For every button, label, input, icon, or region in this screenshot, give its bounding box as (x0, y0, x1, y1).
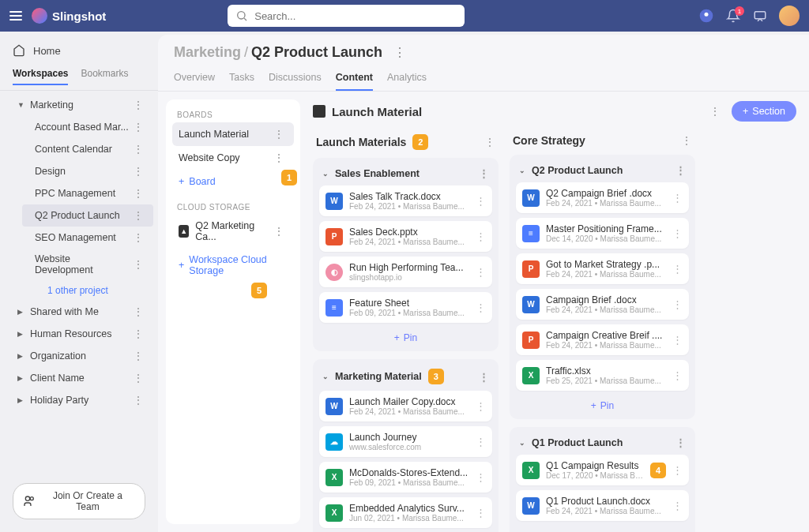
more-icon[interactable]: ⋮ (476, 195, 486, 207)
sidebar-item-q2-launch[interactable]: Q2 Product Launch⋮ (22, 204, 153, 227)
tab-bookmarks[interactable]: Bookmarks (81, 68, 128, 85)
tab-tasks[interactable]: Tasks (229, 67, 254, 91)
more-icon[interactable]: ⋮ (484, 136, 495, 148)
home-link[interactable]: Home (0, 38, 158, 63)
more-icon[interactable]: ⋮ (479, 371, 489, 383)
group-header[interactable]: ⌄ Marketing Material 3 ⋮ (319, 365, 492, 391)
file-card[interactable]: WSales Talk Track.docxFeb 24, 2021 • Mar… (319, 185, 492, 216)
file-card[interactable]: XEmbedded Analytics Surv...Jun 02, 2021 … (319, 497, 492, 528)
more-icon[interactable]: ⋮ (130, 187, 147, 200)
file-card[interactable]: ☁Launch Journeywww.salesforce.com⋮ (319, 426, 492, 457)
more-icon[interactable]: ⋮ (476, 436, 486, 448)
board-item-website-copy[interactable]: Website Copy⋮ (172, 146, 294, 170)
more-icon[interactable]: ⋮ (130, 99, 147, 111)
board-item-launch-material[interactable]: Launch Material⋮ (172, 122, 294, 146)
add-board-button[interactable]: + Board 1 (172, 170, 294, 193)
more-icon[interactable]: ⋮ (130, 143, 147, 155)
group-header[interactable]: ⌄ Sales Enablement ⋮ (319, 164, 492, 185)
more-icon[interactable]: ⋮ (130, 231, 147, 244)
more-icon[interactable]: ⋮ (675, 164, 686, 176)
more-icon[interactable]: ⋮ (130, 209, 147, 222)
canvas-more-icon[interactable]: ⋮ (706, 105, 724, 118)
more-icon[interactable]: ⋮ (672, 227, 683, 239)
more-icon[interactable]: ⋮ (130, 165, 147, 178)
join-team-button[interactable]: Join Or Create a Team (13, 483, 145, 519)
file-card[interactable]: XQ1 Campaign ResultsDec 17, 2020 • Maris… (516, 455, 689, 485)
more-icon[interactable]: ⋮ (672, 192, 683, 204)
sidebar-item[interactable]: Website Development⋮ (22, 249, 153, 280)
sidebar-item[interactable]: Content Calendar⋮ (22, 138, 153, 160)
sidebar-item[interactable]: Account Based Mar...⋮ (22, 116, 153, 138)
sidebar-item-org[interactable]: ▶Organization⋮ (5, 345, 153, 367)
pin-button[interactable]: +Pin (319, 328, 492, 345)
add-section-button[interactable]: + Section (732, 101, 796, 122)
file-card[interactable]: XMcDonalds-Stores-Extend...Feb 09, 2021 … (319, 462, 492, 493)
file-card[interactable]: ≡Feature SheetFeb 09, 2021 • Marissa Bau… (319, 292, 492, 323)
file-card[interactable]: WQ1 Product Launch.docxFeb 24, 2021 • Ma… (516, 490, 689, 521)
file-card[interactable]: ◐Run High Performing Tea...slingshotapp.… (319, 257, 492, 287)
tab-discussions[interactable]: Discussions (269, 67, 322, 91)
sidebar-item[interactable]: Design⋮ (22, 160, 153, 182)
tab-workspaces[interactable]: Workspaces (13, 68, 68, 85)
file-card[interactable]: WQ2 Campaign Brief .docxFeb 24, 2021 • M… (516, 182, 689, 213)
breadcrumb-more-icon[interactable]: ⋮ (393, 45, 406, 60)
file-card[interactable]: ≡Master Positioning Frame...Dec 14, 2020… (516, 218, 689, 249)
notifications-icon[interactable]: 1 (725, 8, 741, 24)
more-icon[interactable]: ⋮ (476, 471, 486, 483)
group-header[interactable]: ⌄ Q2 Product Launch ⋮ (516, 161, 689, 182)
sidebar-item-shared[interactable]: ▶Shared with Me⋮ (5, 301, 153, 323)
more-icon[interactable]: ⋮ (479, 167, 489, 179)
more-icon[interactable]: ⋮ (672, 464, 683, 476)
more-icon[interactable]: ⋮ (672, 500, 683, 511)
more-icon[interactable]: ⋮ (476, 266, 486, 278)
sidebar-item-hr[interactable]: ▶Human Resources⋮ (5, 323, 153, 345)
hamburger-icon[interactable] (9, 11, 22, 21)
file-card[interactable]: PCampaign Creative Breif ....Feb 24, 202… (516, 324, 689, 355)
more-icon[interactable]: ⋮ (130, 350, 147, 362)
pin-button[interactable]: +Pin (516, 526, 689, 532)
more-icon[interactable]: ⋮ (270, 128, 288, 140)
more-icon[interactable]: ⋮ (672, 369, 683, 381)
more-icon[interactable]: ⋮ (476, 400, 486, 412)
more-icon[interactable]: ⋮ (672, 334, 683, 346)
more-icon[interactable]: ⋮ (672, 263, 683, 275)
tab-content[interactable]: Content (336, 67, 373, 91)
sidebar-item[interactable]: PPC Management⋮ (22, 182, 153, 204)
file-card[interactable]: WLaunch Mailer Copy.docxFeb 24, 2021 • M… (319, 391, 492, 421)
more-icon[interactable]: ⋮ (130, 121, 147, 133)
more-icon[interactable]: ⋮ (270, 225, 288, 238)
more-icon[interactable]: ⋮ (270, 152, 288, 164)
sidebar-item[interactable]: SEO Management⋮ (22, 227, 153, 249)
add-cloud-storage-button[interactable]: + Workspace Cloud Storage (172, 248, 294, 283)
file-card[interactable]: XTraffic.xlsxFeb 25, 2021 • Marissa Baum… (516, 360, 689, 391)
file-card[interactable]: WCampaign Brief .docxFeb 24, 2021 • Mari… (516, 289, 689, 320)
more-projects-link[interactable]: 1 other project (17, 280, 158, 301)
tab-overview[interactable]: Overview (174, 67, 215, 91)
breadcrumb-parent[interactable]: Marketing (174, 44, 241, 61)
more-icon[interactable]: ⋮ (130, 394, 147, 406)
file-card[interactable]: PSales Deck.pptxFeb 24, 2021 • Marissa B… (319, 221, 492, 252)
cloud-item[interactable]: ▲ Q2 Marketing Ca... ⋮ (172, 215, 294, 248)
chat-icon[interactable] (752, 8, 768, 24)
more-icon[interactable]: ⋮ (476, 507, 486, 519)
group-header[interactable]: ⌄ Q1 Product Launch ⋮ (516, 433, 689, 455)
logo[interactable]: Slingshot (32, 8, 106, 24)
more-icon[interactable]: ⋮ (672, 298, 683, 310)
more-icon[interactable]: ⋮ (130, 328, 147, 340)
more-icon[interactable]: ⋮ (476, 302, 486, 313)
more-icon[interactable]: ⋮ (681, 134, 692, 147)
more-icon[interactable]: ⋮ (130, 372, 147, 384)
more-icon[interactable]: ⋮ (130, 258, 147, 271)
search-input[interactable] (228, 5, 465, 27)
sidebar-item-marketing[interactable]: ▼ Marketing ⋮ (5, 94, 153, 116)
sidebar-item-client[interactable]: ▶Client Name⋮ (5, 367, 153, 389)
more-icon[interactable]: ⋮ (130, 305, 147, 318)
tab-analytics[interactable]: Analytics (387, 67, 427, 91)
sidebar-item-holiday[interactable]: ▶Holiday Party⋮ (5, 389, 153, 411)
pin-button[interactable]: +Pin (516, 395, 689, 413)
more-icon[interactable]: ⋮ (476, 230, 486, 242)
more-icon[interactable]: ⋮ (675, 436, 686, 448)
assistant-icon[interactable] (698, 8, 714, 24)
avatar[interactable] (779, 6, 800, 26)
file-card[interactable]: PGot to Market Strategy .p...Feb 24, 202… (516, 253, 689, 284)
